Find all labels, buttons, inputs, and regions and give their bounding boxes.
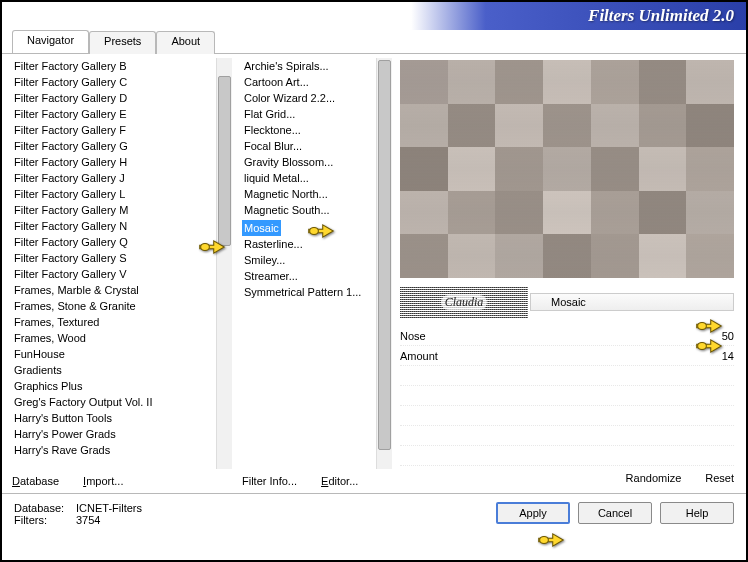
list-item[interactable]: Frames, Stone & Granite bbox=[12, 298, 216, 314]
list-item[interactable]: Flat Grid... bbox=[242, 106, 376, 122]
database-button[interactable]: Database bbox=[12, 475, 59, 487]
list-item[interactable]: Mosaic bbox=[242, 220, 281, 236]
list-item[interactable]: Filter Factory Gallery D bbox=[12, 90, 216, 106]
list-item[interactable]: Gradients bbox=[12, 362, 216, 378]
list-item[interactable]: Filter Factory Gallery G bbox=[12, 138, 216, 154]
app-title: Filters Unlimited 2.0 bbox=[588, 6, 734, 26]
watermark-text: Claudia bbox=[441, 295, 488, 310]
tab-presets[interactable]: Presets bbox=[89, 31, 156, 54]
list-item[interactable]: Greg's Factory Output Vol. II bbox=[12, 394, 216, 410]
list-item[interactable]: Streamer... bbox=[242, 268, 376, 284]
tab-navigator[interactable]: Navigator bbox=[12, 30, 89, 53]
watermark-logo: Claudia bbox=[400, 286, 528, 318]
slider-value: 50 bbox=[710, 330, 734, 342]
list-item[interactable]: Harry's Power Grads bbox=[12, 426, 216, 442]
list-item[interactable]: Gravity Blossom... bbox=[242, 154, 376, 170]
list-item[interactable]: Graphics Plus bbox=[12, 378, 216, 394]
scroll-thumb[interactable] bbox=[218, 76, 231, 246]
help-button[interactable]: Help bbox=[660, 502, 734, 524]
list-item[interactable]: Filter Factory Gallery F bbox=[12, 122, 216, 138]
list-item[interactable]: Filter Factory Gallery H bbox=[12, 154, 216, 170]
editor-button[interactable]: Editor... bbox=[321, 475, 358, 487]
slider-track[interactable] bbox=[454, 335, 710, 337]
list-item[interactable]: Frames, Wood bbox=[12, 330, 216, 346]
category-scrollbar[interactable] bbox=[216, 58, 232, 469]
tab-about[interactable]: About bbox=[156, 31, 215, 54]
list-item[interactable]: Archie's Spirals... bbox=[242, 58, 376, 74]
list-item[interactable]: Cartoon Art... bbox=[242, 74, 376, 90]
list-item[interactable]: Filter Factory Gallery E bbox=[12, 106, 216, 122]
slider-row[interactable]: Amount14 bbox=[400, 346, 734, 366]
list-item[interactable]: Magnetic South... bbox=[242, 202, 376, 218]
list-item[interactable]: Filter Factory Gallery C bbox=[12, 74, 216, 90]
list-item[interactable]: Color Wizard 2.2... bbox=[242, 90, 376, 106]
pointer-hand-icon bbox=[537, 529, 565, 551]
randomize-button[interactable]: Randomize bbox=[626, 472, 682, 484]
list-item[interactable]: Frames, Marble & Crystal bbox=[12, 282, 216, 298]
list-item[interactable]: Filter Factory Gallery S bbox=[12, 250, 216, 266]
slider-track[interactable] bbox=[454, 355, 710, 357]
apply-button[interactable]: Apply bbox=[496, 502, 570, 524]
slider-value: 14 bbox=[710, 350, 734, 362]
list-item[interactable]: Filter Factory Gallery B bbox=[12, 58, 216, 74]
tab-bar: NavigatorPresetsAbout bbox=[2, 30, 746, 54]
slider-label: Amount bbox=[400, 350, 454, 362]
list-item[interactable]: Magnetic North... bbox=[242, 186, 376, 202]
list-item[interactable]: Focal Blur... bbox=[242, 138, 376, 154]
list-item[interactable]: Flecktone... bbox=[242, 122, 376, 138]
filter-info-button[interactable]: Filter Info... bbox=[242, 475, 297, 487]
list-item[interactable]: Harry's Button Tools bbox=[12, 410, 216, 426]
list-item[interactable]: Filter Factory Gallery V bbox=[12, 266, 216, 282]
cancel-button[interactable]: Cancel bbox=[578, 502, 652, 524]
filter-scrollbar[interactable] bbox=[376, 58, 392, 469]
list-item[interactable]: Filter Factory Gallery L bbox=[12, 186, 216, 202]
list-item[interactable]: Smiley... bbox=[242, 252, 376, 268]
list-item[interactable]: liquid Metal... bbox=[242, 170, 376, 186]
list-item[interactable]: Symmetrical Pattern 1... bbox=[242, 284, 376, 300]
slider-label: Nose bbox=[400, 330, 454, 342]
import-button[interactable]: Import... bbox=[83, 475, 123, 487]
slider-row[interactable]: Nose50 bbox=[400, 326, 734, 346]
scroll-thumb[interactable] bbox=[378, 60, 391, 450]
list-item[interactable]: Harry's Rave Grads bbox=[12, 442, 216, 458]
category-list[interactable]: Filter Factory Gallery BFilter Factory G… bbox=[2, 58, 216, 469]
status-bar: Database:ICNET-Filters Filters:3754 bbox=[14, 502, 142, 526]
list-item[interactable]: Filter Factory Gallery M bbox=[12, 202, 216, 218]
list-item[interactable]: Rasterline... bbox=[242, 236, 376, 252]
list-item[interactable]: Filter Factory Gallery J bbox=[12, 170, 216, 186]
list-item[interactable]: Frames, Textured bbox=[12, 314, 216, 330]
reset-button[interactable]: Reset bbox=[705, 472, 734, 484]
list-item[interactable]: Filter Factory Gallery Q bbox=[12, 234, 216, 250]
list-item[interactable]: FunHouse bbox=[12, 346, 216, 362]
filter-name-display: Mosaic bbox=[530, 293, 734, 311]
list-item[interactable]: Filter Factory Gallery N bbox=[12, 218, 216, 234]
preview-image bbox=[400, 60, 734, 278]
filter-list[interactable]: Archie's Spirals...Cartoon Art...Color W… bbox=[232, 58, 376, 469]
